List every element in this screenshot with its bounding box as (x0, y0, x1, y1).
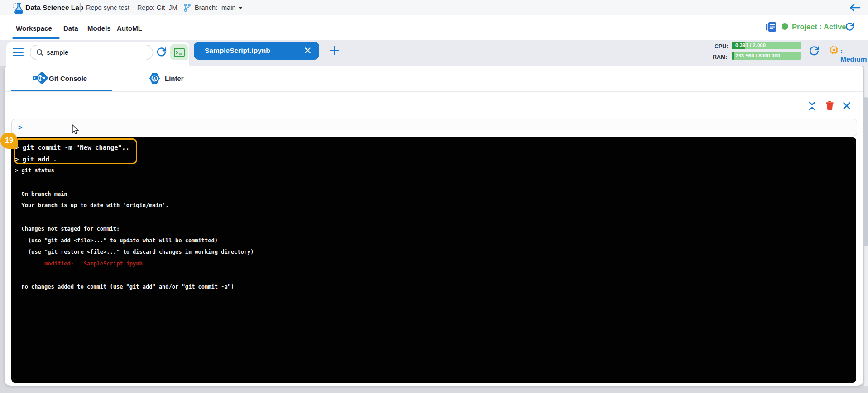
terminal-line (15, 212, 856, 223)
chevron-down-icon (238, 7, 243, 9)
git-console-output[interactable]: > git commit -m "New change".. > git add… (11, 137, 856, 383)
nav-tab-workspace[interactable]: Workspace (16, 24, 52, 32)
collapse-console-icon[interactable] (808, 101, 816, 111)
active-tab-underline (12, 37, 60, 39)
tab-linter[interactable]: Linter (165, 75, 184, 82)
ram-usage-value: 233.560 / 8000.000 (735, 53, 780, 58)
nav-tab-data[interactable]: Data (63, 24, 78, 32)
terminal-line: > git status (15, 165, 856, 177)
git-console-icon (33, 72, 49, 85)
cpu-chip-icon (829, 45, 839, 55)
terminal-line: (use "git add <file>..." to update what … (15, 235, 856, 247)
terminal-line: Your branch is up to date with 'origin/m… (15, 200, 856, 212)
terminal-line: > git commit -m "New change".. (15, 142, 856, 154)
top-header: Data Science Lab Repo sync test Repo: Gi… (0, 0, 868, 15)
prompt-chevron: > (18, 123, 23, 132)
terminal-line: no changes added to commit (use "git add… (15, 281, 856, 293)
terminal-line: (use "git restore <file>..." to discard … (15, 246, 856, 258)
terminal-line: On branch main (15, 189, 856, 200)
open-terminal-button[interactable] (170, 44, 188, 60)
main-nav: Workspace Data Models AutoML Project : A… (0, 15, 868, 40)
file-tab-samplescript[interactable]: SampleScript.ipynb (194, 42, 319, 60)
repo-name: Repo: Git_JM (137, 4, 177, 11)
add-tab-icon[interactable] (329, 45, 340, 56)
git-command-input[interactable]: > (11, 119, 857, 136)
terminal-line-modified-file: modified: SampleScript.ipynb (15, 258, 856, 270)
terminal-line (15, 177, 856, 189)
cpu-usage-value: 0.391 / 2.000 (735, 43, 766, 48)
mouse-cursor (71, 124, 80, 135)
app-logo-flask-icon (12, 2, 24, 14)
branch-underline (217, 14, 236, 14)
console-tabs-divider (5, 91, 863, 92)
project-status-dot (782, 23, 788, 30)
terminal-line: Changes not staged for commit: (15, 223, 856, 235)
search-icon (36, 49, 44, 57)
resources-refresh-icon[interactable] (809, 46, 820, 57)
workspace-name: Repo sync test (86, 4, 129, 11)
ram-label: RAM: (713, 54, 728, 60)
close-tab-icon[interactable] (304, 47, 311, 54)
menu-hamburger-icon[interactable] (13, 48, 24, 57)
nav-tab-automl[interactable]: AutoML (117, 24, 142, 32)
annotation-badge: 19 (0, 133, 18, 149)
workspace-toolbar: SampleScript.ipynb CPU: 0.391 / 2.000 RA… (0, 40, 868, 66)
scrollbar-thumb[interactable] (864, 97, 868, 246)
file-search-box (30, 45, 153, 60)
ram-usage-bar: 233.560 / 8000.000 (732, 52, 801, 60)
terminal-icon (174, 48, 185, 57)
header-divider (180, 3, 180, 12)
branch-name[interactable]: main (221, 4, 235, 11)
tab-git-console[interactable]: Git Console (49, 75, 87, 82)
ram-usage-fill (732, 52, 734, 60)
project-logs-icon[interactable] (766, 22, 776, 32)
files-refresh-icon[interactable] (156, 47, 167, 57)
terminal-line (15, 270, 856, 282)
clear-console-trash-icon[interactable] (825, 100, 834, 110)
instance-size-label: : Medium (840, 47, 868, 63)
back-arrow-icon[interactable] (849, 2, 861, 13)
active-console-tab-underline (11, 90, 112, 91)
toolbar-divider (824, 41, 824, 60)
search-input[interactable] (47, 46, 146, 58)
header-divider (132, 3, 132, 12)
branch-label: Branch: (195, 4, 217, 11)
git-branch-icon (183, 3, 191, 12)
app-title: Data Science Lab (25, 4, 83, 12)
project-refresh-icon[interactable] (845, 22, 854, 32)
close-console-icon[interactable] (843, 102, 851, 110)
nav-tab-models[interactable]: Models (87, 24, 111, 32)
header-divider (80, 3, 81, 12)
project-status-label: Project : Active (792, 23, 846, 31)
cpu-usage-bar: 0.391 / 2.000 (732, 42, 801, 49)
cpu-label: CPU: (715, 43, 729, 50)
terminal-line: > git add . (15, 154, 856, 166)
branch-selector[interactable]: Branch: main (195, 4, 243, 11)
file-tab-label: SampleScript.ipynb (205, 47, 270, 55)
linter-icon (149, 73, 161, 84)
